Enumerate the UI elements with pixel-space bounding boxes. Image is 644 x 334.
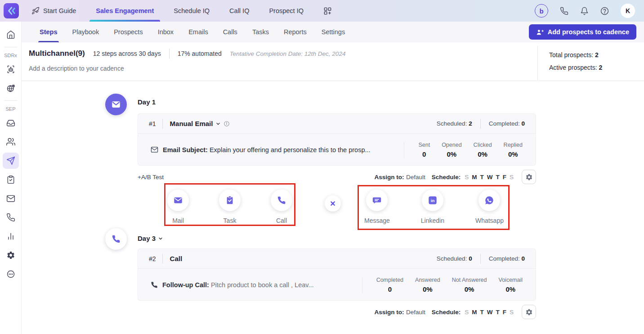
close-picker-button[interactable]: ✕ [325,195,341,212]
b-badge-icon[interactable]: b [535,4,548,18]
info-icon [224,121,230,127]
tab-steps[interactable]: Steps [40,22,58,42]
tab-inbox[interactable]: Inbox [158,22,174,42]
sidebar-settings-icon[interactable] [3,247,19,263]
ab-test-link[interactable]: +A/B Test [138,174,164,181]
sidebar-cadences-icon[interactable] [3,153,19,169]
prospect-totals: Total prospects: 2 Active prospects: 2 [537,46,644,80]
stat-completed: Completed0 [371,277,409,293]
stat-voicemail: Voicemail0% [493,277,529,293]
day-sat: S [510,174,514,181]
cadence-subnav: Steps Playbook Prospects Inbox Emails Ca… [22,22,644,42]
whatsapp-channel-icon [479,190,500,211]
chevron-down-icon [158,236,163,241]
nav-label: Prospect IQ [269,7,304,14]
channel-mail[interactable]: Mail [167,190,189,224]
divider [480,119,481,129]
tab-calls[interactable]: Calls [223,22,237,42]
steps-canvas: Day 1 #1 Manual Email Scheduled: 2 Compl… [22,81,644,334]
step2-call-task[interactable]: Follow-up Call: Pitch product to book a … [151,281,362,289]
nav-schedule-iq[interactable]: Schedule IQ [174,0,210,22]
envelope-icon [151,146,158,153]
day3-label[interactable]: Day 3 [138,235,163,242]
chevron-down-icon [215,121,221,126]
tab-prospects[interactable]: Prospects [114,22,143,42]
step2-footer-row: Assign to: Default Schedule: S M T W T F… [374,305,536,319]
day-sat: S [510,309,514,316]
step1-email-subject[interactable]: Email Subject: Explain your offering and… [151,146,404,153]
channel-label: Mail [172,217,184,224]
sidebar-reports-icon[interactable] [3,228,19,244]
phone-icon[interactable] [560,7,568,15]
channel-whatsapp[interactable]: Whatsapp [475,190,504,224]
sidebar-more-icon[interactable] [3,266,19,282]
automated-summary: 17% automated [178,50,222,57]
nav-label: Call IQ [229,7,249,14]
tab-playbook[interactable]: Playbook [72,22,99,42]
day-mon: M [472,309,477,316]
sidebar-tasks-icon[interactable] [3,172,19,188]
sidebar-emails-icon[interactable] [3,190,19,207]
user-avatar[interactable]: K [621,4,635,18]
channel-label: Task [224,217,237,224]
schedule-days[interactable]: Schedule: S M T W T F S [432,309,514,316]
sidebar-label-sep: SEP [5,106,15,112]
close-icon: ✕ [330,199,335,208]
topbar-right-cluster: b K [535,4,635,18]
channel-call[interactable]: Call [271,190,292,224]
stat-not-answered: Not Answered0% [446,277,493,293]
avatar-initial: K [626,7,630,14]
sidebar-label-sdrx: SDRx [4,53,17,58]
step1-completed: Completed: 0 [489,120,525,127]
step2-scheduled: Scheduled: 0 [437,255,472,262]
svg-text:in: in [431,198,435,203]
step1-stats: Sent0 Opened0% Clicked0% Replied0% [404,142,528,158]
gear-icon [525,173,533,181]
assign-to[interactable]: Assign to: Default [374,173,425,181]
step2-card[interactable]: #2 Call Scheduled: 0 Completed: 0 Follow… [138,248,536,301]
day-sun: S [465,174,469,181]
sidebar-divider [4,47,18,47]
apps-grid-icon[interactable] [323,0,332,22]
step2-completed: Completed: 0 [489,255,525,262]
subnav-tabs: Steps Playbook Prospects Inbox Emails Ca… [40,22,345,42]
day-wed: W [487,309,493,316]
stat-clicked: Clicked0% [468,142,498,158]
tab-tasks[interactable]: Tasks [252,22,269,42]
bell-icon[interactable] [580,7,589,15]
step1-type-dropdown[interactable]: Manual Email [170,120,230,127]
step1-card[interactable]: #1 Manual Email Scheduled: 2 Completed: … [138,113,536,166]
tab-reports[interactable]: Reports [284,22,307,42]
day-thu: T [496,309,499,316]
sidebar-calls-icon[interactable] [3,209,19,226]
top-bar: Start Guide Sales Engagement Schedule IQ… [0,0,644,22]
assign-to[interactable]: Assign to: Default [374,308,425,316]
schedule-days[interactable]: Schedule: S M T W T F S [432,174,514,181]
channel-task[interactable]: Task [219,190,241,224]
nav-sales-engagement[interactable]: Sales Engagement [96,0,154,22]
add-person-icon [536,28,544,36]
nav-prospect-iq[interactable]: Prospect IQ [269,0,304,22]
channel-message[interactable]: Message [364,190,390,224]
sidebar-inbox-icon[interactable] [3,115,19,131]
sidebar-bot-icon[interactable] [3,61,19,77]
nav-call-iq[interactable]: Call IQ [229,0,249,22]
day-mon: M [472,174,477,181]
channel-group-left: Mail Task Call [167,190,292,224]
nav-label: Start Guide [43,7,76,14]
sidebar-prospects-icon[interactable] [3,134,19,150]
app-logo-icon[interactable] [4,3,19,18]
tab-emails[interactable]: Emails [188,22,208,42]
add-prospects-button[interactable]: Add prospects to cadence [529,24,636,40]
message-channel-icon [366,190,388,211]
cadence-title: Multichannel(9) [29,49,85,58]
help-icon[interactable] [600,7,609,15]
step2-settings-button[interactable] [522,305,536,319]
nav-start-guide[interactable]: Start Guide [31,0,76,22]
nav-label: Sales Engagement [96,7,154,14]
channel-linkedin[interactable]: in Linkedin [421,190,444,224]
sidebar-globe-icon[interactable] [3,80,19,96]
tab-settings[interactable]: Settings [322,22,345,42]
step1-settings-button[interactable] [522,170,536,184]
sidebar-home-icon[interactable] [3,27,19,43]
